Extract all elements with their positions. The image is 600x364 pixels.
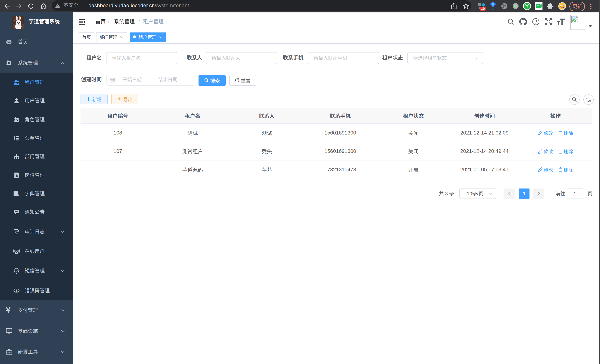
svg-text:10: 10 — [481, 7, 485, 10]
